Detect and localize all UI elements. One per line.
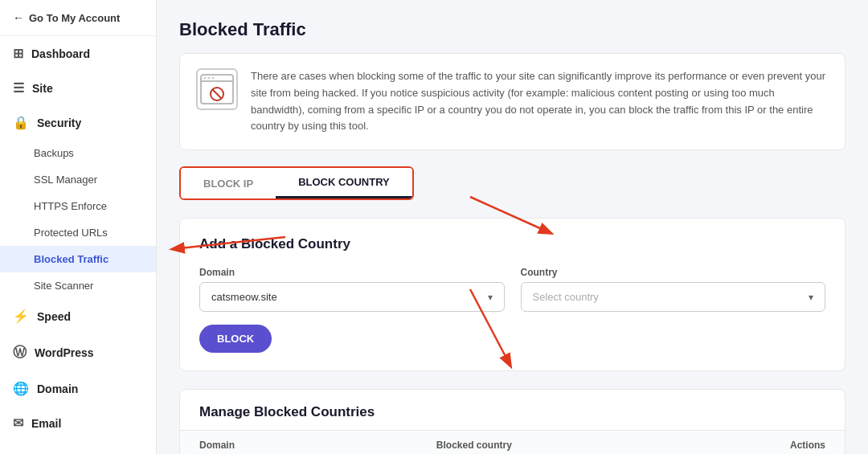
blocked-icon-wrap (196, 68, 238, 110)
domain-icon: 🌐 (13, 381, 29, 396)
tabs-container: BLOCK IP BLOCK COUNTRY (179, 166, 414, 200)
browser-block-icon (199, 72, 235, 107)
sidebar-item-protected-urls[interactable]: Protected URLs (0, 219, 156, 246)
go-to-my-account-link[interactable]: ← Go To My Account (0, 0, 156, 36)
sidebar-label-wordpress: WordPress (35, 346, 94, 359)
svg-rect-0 (201, 75, 233, 104)
domain-chevron-icon: ▾ (488, 292, 493, 303)
sidebar-item-site[interactable]: ☰ Site (0, 71, 156, 105)
sidebar-item-ssl-manager[interactable]: SSL Manager (0, 166, 156, 193)
sidebar-label-domain: Domain (37, 382, 78, 395)
sidebar-item-speed[interactable]: ⚡ Speed (0, 299, 156, 333)
sidebar-label-email: Email (31, 417, 61, 430)
svg-line-6 (212, 89, 222, 99)
sidebar-item-email[interactable]: ✉ Email (0, 406, 156, 440)
sidebar-item-https-enforce[interactable]: HTTPS Enforce (0, 193, 156, 219)
sidebar-item-backups[interactable]: Backups (0, 140, 156, 166)
domain-label: Domain (199, 267, 505, 278)
domain-form-group: Domain catsmeow.site ▾ (199, 267, 505, 312)
country-placeholder: Select country (533, 291, 599, 303)
wordpress-icon: Ⓦ (13, 343, 27, 362)
add-section-title: Add a Blocked Country (199, 236, 825, 252)
add-form-row: Domain catsmeow.site ▾ Country Select co… (199, 267, 825, 312)
sidebar-label-site: Site (32, 82, 53, 95)
svg-point-4 (212, 77, 215, 80)
svg-point-2 (204, 77, 207, 80)
country-chevron-icon: ▾ (809, 292, 813, 303)
security-icon: 🔒 (13, 115, 29, 130)
sidebar-item-site-scanner[interactable]: Site Scanner (0, 272, 156, 299)
site-icon: ☰ (13, 80, 24, 96)
sidebar-item-domain[interactable]: 🌐 Domain (0, 371, 156, 406)
sidebar-label-speed: Speed (37, 310, 71, 323)
info-card: There are cases when blocking some of th… (179, 53, 845, 150)
sidebar: ← Go To My Account ⊞ Dashboard ☰ Site 🔒 … (0, 0, 157, 454)
col-blocked-country: Blocked country (417, 431, 677, 454)
sidebar-item-security[interactable]: 🔒 Security (0, 105, 156, 140)
country-label: Country (521, 267, 826, 278)
dashboard-icon: ⊞ (13, 46, 23, 61)
back-arrow-icon: ← (13, 11, 24, 24)
tab-block-country[interactable]: BLOCK COUNTRY (276, 168, 412, 198)
manage-section-title: Manage Blocked Countries (180, 390, 845, 430)
email-icon: ✉ (13, 415, 23, 431)
info-description: There are cases when blocking some of th… (251, 68, 829, 135)
block-button[interactable]: BLOCK (199, 325, 272, 353)
col-actions: Actions (677, 431, 845, 454)
speed-icon: ⚡ (13, 309, 29, 324)
svg-point-3 (208, 77, 211, 80)
page-title: Blocked Traffic (179, 19, 845, 40)
back-label: Go To My Account (29, 12, 120, 24)
sidebar-item-dashboard[interactable]: ⊞ Dashboard (0, 36, 156, 71)
country-form-group: Country Select country ▾ (521, 267, 826, 312)
blocked-countries-table: Domain Blocked country Actions catsmeow.… (180, 430, 845, 454)
tab-block-ip[interactable]: BLOCK IP (181, 168, 276, 198)
sidebar-label-dashboard: Dashboard (31, 47, 90, 60)
add-blocked-country-card: Add a Blocked Country Domain catsmeow.si… (179, 218, 845, 371)
sidebar-item-wordpress[interactable]: Ⓦ WordPress (0, 333, 156, 371)
main-content: Blocked Traffic There are cases when blo… (157, 0, 868, 454)
manage-blocked-countries-section: Manage Blocked Countries Domain Blocked … (179, 389, 845, 454)
col-domain: Domain (180, 431, 417, 454)
sidebar-label-security: Security (37, 117, 81, 129)
table-header-row: Domain Blocked country Actions (180, 431, 845, 454)
country-select[interactable]: Select country ▾ (521, 282, 826, 312)
domain-select[interactable]: catsmeow.site ▾ (199, 282, 505, 312)
domain-value: catsmeow.site (211, 291, 277, 303)
sidebar-item-blocked-traffic[interactable]: Blocked Traffic (0, 246, 156, 272)
